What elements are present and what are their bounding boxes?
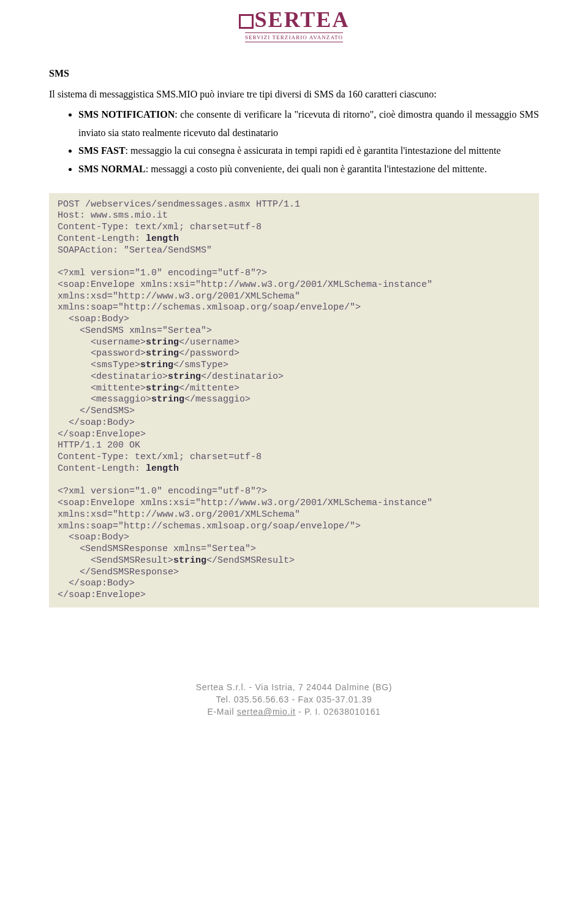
page-footer: Sertea S.r.l. - Via Istria, 7 24044 Dalm… [49, 681, 539, 718]
logo-tagline: SERVIZI TERZIARIO AVANZATO [245, 32, 343, 42]
bullet-list: SMS NOTIFICATION: che consente di verifi… [49, 105, 539, 178]
footer-email-line: E-Mail sertea@mio.it - P. I. 02638010161 [49, 706, 539, 718]
footer-address: Sertea S.r.l. - Via Istria, 7 24044 Dalm… [49, 681, 539, 693]
section-title: SMS [49, 64, 539, 83]
code-block: POST /webservices/sendmessages.asmx HTTP… [49, 193, 539, 607]
footer-phone: Tel. 035.56.56.63 - Fax 035-37.01.39 [49, 693, 539, 706]
bullet-label: SMS NOTIFICATION [78, 109, 175, 120]
intro-paragraph: Il sistema di messaggistica SMS.MIO può … [49, 85, 539, 104]
bullet-text: : messaggio la cui consegna è assicurata… [126, 145, 501, 156]
footer-email-link[interactable]: sertea@mio.it [237, 707, 296, 717]
list-item: SMS FAST: messaggio la cui consegna è as… [78, 142, 539, 160]
list-item: SMS NORMAL: messaggi a costo più conveni… [78, 160, 539, 178]
bullet-label: SMS FAST [78, 145, 126, 156]
logo-square-icon [239, 14, 254, 29]
bullet-text: : messaggi a costo più conveniente, dei … [146, 164, 487, 174]
bullet-label: SMS NORMAL [78, 164, 146, 174]
company-logo: SERTEA SERVIZI TERZIARIO AVANZATO [49, 9, 539, 42]
logo-text: SERTEA [49, 9, 539, 31]
document-body: SMS Il sistema di messaggistica SMS.MIO … [49, 64, 539, 607]
list-item: SMS NOTIFICATION: che consente di verifi… [78, 105, 539, 142]
